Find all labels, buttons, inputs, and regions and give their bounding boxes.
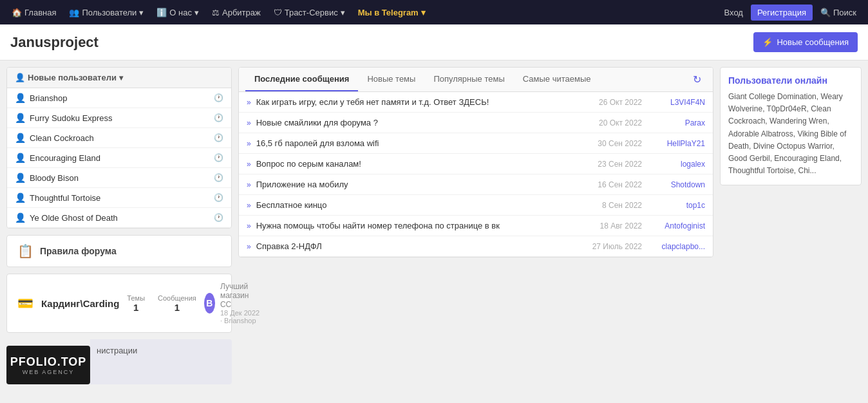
content-area: Последние сообщения Новые темы Популярны… — [238, 67, 713, 384]
message-author[interactable]: Shotdown — [647, 180, 705, 189]
topics-stat: Темы 1 — [127, 294, 145, 313]
nav-arbitrage[interactable]: ⚖ Арбитраж — [207, 4, 266, 21]
message-author[interactable]: Parax — [647, 118, 705, 127]
search-icon: 🔍 — [820, 8, 831, 17]
new-users-panel: 👤 Новые пользователи ▾ 👤 Brianshop 🕐 👤 F… — [6, 67, 232, 229]
messages-stat: Сообщения 1 — [158, 294, 196, 313]
nav-telegram[interactable]: Мы в Telegram ▾ — [353, 4, 431, 21]
arrow-icon: » — [247, 118, 251, 127]
carding-icon: 💳 — [17, 295, 33, 311]
list-item: » Приложение на мобилу 16 Сен 2022 Shotd… — [239, 174, 713, 195]
message-date: 26 Окт 2022 — [571, 98, 642, 107]
message-author[interactable]: logalex — [647, 160, 705, 169]
user-icon: 👤 — [15, 133, 26, 143]
list-item[interactable]: 👤 Bloody Bison 🕐 — [7, 168, 231, 188]
list-item: » 16,5 гб паролей для взлома wifi 30 Сен… — [239, 133, 713, 154]
user-icon: 👤 — [15, 173, 26, 183]
message-title[interactable]: Приложение на мобилу — [256, 180, 566, 189]
site-header: Janusproject ⚡ Новые сообщения — [0, 24, 868, 61]
message-author[interactable]: L3VI4F4N — [647, 98, 705, 107]
clock-icon: 🕐 — [214, 153, 223, 162]
carding-title[interactable]: Кардинг\Carding — [41, 298, 119, 309]
nav-trust[interactable]: 🛡 Траст-Сервис ▾ — [269, 4, 350, 21]
message-date: 8 Сен 2022 — [571, 201, 642, 210]
chevron-down-icon: ▾ — [341, 8, 345, 17]
message-date: 23 Сен 2022 — [571, 160, 642, 169]
users-small-icon: 👤 — [15, 73, 25, 82]
rules-icon: 📋 — [17, 243, 33, 259]
message-title[interactable]: Новые смайлики для форума ? — [256, 118, 566, 127]
message-title[interactable]: Справка 2-НДФЛ — [256, 241, 566, 251]
list-item: » Бесплатное кинцо 8 Сен 2022 top1c — [239, 195, 713, 216]
message-title[interactable]: Как играть игру, если у тебя нет памяти … — [256, 97, 566, 107]
user-icon: 👤 — [15, 93, 26, 103]
home-icon: 🏠 — [12, 8, 22, 17]
list-item[interactable]: 👤 Brianshop 🕐 — [7, 88, 231, 108]
message-author[interactable]: top1c — [647, 201, 705, 210]
chevron-down-icon: ▾ — [139, 8, 144, 17]
list-item: » Новые смайлики для форума ? 20 Окт 202… — [239, 113, 713, 133]
chevron-icon: ▾ — [119, 73, 123, 82]
clock-icon: 🕐 — [214, 93, 223, 102]
search-button[interactable]: 🔍 Поиск — [815, 4, 862, 21]
arrow-icon: » — [247, 242, 251, 251]
nav-users[interactable]: 👥 Пользователи ▾ — [64, 4, 149, 21]
user-icon: 👤 — [15, 113, 26, 123]
info-icon: ℹ️ — [156, 8, 167, 17]
admin-hint: нистрации — [90, 339, 232, 384]
message-date: 27 Июль 2022 — [571, 242, 642, 251]
message-title[interactable]: Бесплатное кинцо — [256, 200, 566, 210]
list-item: » Нужна помощь чтобы найти номер телефон… — [239, 216, 713, 236]
user-list: 👤 Brianshop 🕐 👤 Furry Sudoku Express 🕐 👤… — [7, 88, 231, 228]
tab-popular-topics[interactable]: Популярные темы — [424, 68, 513, 91]
clock-icon: 🕐 — [214, 193, 223, 202]
new-users-header[interactable]: 👤 Новые пользователи ▾ — [7, 68, 231, 88]
scale-icon: ⚖ — [212, 8, 220, 17]
online-users-text: Giant College Domination, Weary Wolverin… — [728, 91, 853, 177]
nav-about[interactable]: ℹ️ О нас ▾ — [151, 4, 204, 21]
carding-panel: 💳 Кардинг\Carding Темы 1 Сообщения 1 B Л… — [6, 274, 232, 333]
nav-register[interactable]: Регистрация — [751, 5, 813, 21]
message-author[interactable]: clapclapbo... — [647, 242, 705, 251]
message-title[interactable]: Нужна помощь чтобы найти номер телефона … — [256, 221, 566, 230]
list-item[interactable]: 👤 Thoughtful Tortoise 🕐 — [7, 188, 231, 208]
tab-new-topics[interactable]: Новые темы — [358, 68, 424, 91]
message-date: 16 Сен 2022 — [571, 180, 642, 189]
message-title[interactable]: Вопрос по серым каналам! — [256, 159, 566, 169]
nav-login[interactable]: Вход — [719, 4, 748, 21]
list-item: » Вопрос по серым каналам! 23 Сен 2022 l… — [239, 154, 713, 174]
list-item[interactable]: 👤 Clean Cockroach 🕐 — [7, 128, 231, 148]
list-item[interactable]: 👤 Furry Sudoku Express 🕐 — [7, 108, 231, 128]
logo-panel: PFOLIO.TOP WEB AGENCY — [6, 346, 90, 384]
message-author[interactable]: Antofoginist — [647, 221, 705, 230]
top-navigation: 🏠 Главная 👥 Пользователи ▾ ℹ️ О нас ▾ ⚖ … — [0, 0, 868, 24]
refresh-button[interactable]: ↻ — [688, 68, 706, 91]
message-date: 30 Сен 2022 — [571, 139, 642, 148]
arrow-icon: » — [247, 180, 251, 189]
user-icon: 👤 — [15, 212, 26, 223]
clock-icon: 🕐 — [214, 133, 223, 142]
online-panel: Пользователи онлайн Giant College Domina… — [720, 67, 862, 384]
clock-icon: 🕐 — [214, 213, 223, 222]
message-title[interactable]: 16,5 гб паролей для взлома wifi — [256, 138, 566, 148]
list-item: » Как играть игру, если у тебя нет памят… — [239, 92, 713, 113]
message-author[interactable]: HellPlaY21 — [647, 139, 705, 148]
messages-panel: Последние сообщения Новые темы Популярны… — [238, 67, 713, 258]
chevron-down-icon: ▾ — [421, 8, 426, 17]
rules-panel[interactable]: 📋 Правила форума — [6, 235, 232, 267]
user-avatar: B — [204, 293, 215, 314]
tab-last-messages[interactable]: Последние сообщения — [245, 68, 358, 91]
nav-home[interactable]: 🏠 Главная — [6, 4, 61, 21]
new-messages-button[interactable]: ⚡ Новые сообщения — [753, 32, 858, 52]
tab-most-read[interactable]: Самые читаемые — [514, 68, 600, 91]
shield-icon: 🛡 — [274, 8, 282, 17]
users-icon: 👥 — [69, 8, 79, 17]
arrow-icon: » — [247, 201, 251, 210]
arrow-icon: » — [247, 160, 251, 169]
list-item[interactable]: 👤 Ye Olde Ghost of Death 🕐 — [7, 208, 231, 228]
arrow-icon: » — [247, 139, 251, 148]
user-icon: 👤 — [15, 192, 26, 203]
lightning-icon: ⚡ — [762, 37, 773, 47]
list-item[interactable]: 👤 Encouraging Eland 🕐 — [7, 148, 231, 168]
clock-icon: 🕐 — [214, 113, 223, 122]
